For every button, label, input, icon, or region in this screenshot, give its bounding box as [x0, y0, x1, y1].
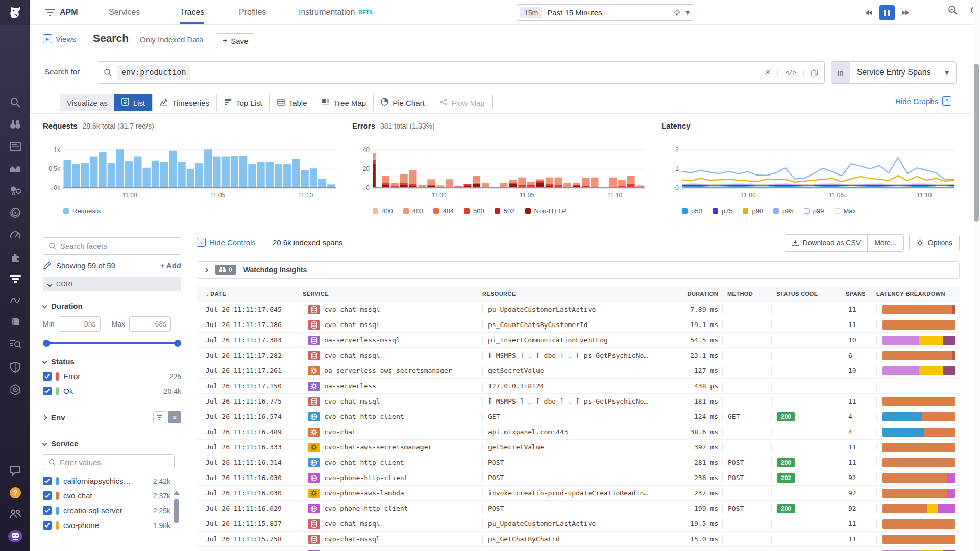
col-duration[interactable]: DURATION [660, 291, 722, 297]
row-service[interactable]: cvo-phone-aws-lambda [303, 489, 482, 498]
row-resource[interactable]: ps_CountChatsByCustomerId [482, 320, 660, 330]
row-service[interactable]: oa-serverless [303, 382, 482, 391]
org-icon[interactable] [0, 506, 30, 521]
row-service[interactable]: cvo-chat [303, 428, 482, 437]
rewind-button[interactable] [865, 10, 872, 15]
row-service[interactable]: cvo-chat-mssql [303, 519, 482, 529]
row-resource[interactable]: api.mixpanel.com:443 [482, 428, 660, 437]
row-service[interactable]: cvo-chat-aws-secretsmanager [303, 443, 482, 452]
row-latency-breakdown[interactable] [876, 382, 960, 391]
row-resource[interactable]: [ MSMPS ] . [ dbo ] . [ ps_GetPsychicNo… [482, 351, 660, 360]
col-latency-breakdown[interactable]: LATENCY BREAKDOWN [876, 291, 960, 297]
col-spans[interactable]: SPANS [843, 291, 876, 297]
facet-value-label[interactable]: californiapsychics… [63, 477, 131, 485]
facet-service-header[interactable]: Service [43, 439, 181, 448]
nav-item-instrumentation[interactable]: InstrumentationBETA [299, 0, 373, 24]
col-method[interactable]: METHOD [722, 291, 771, 297]
row-latency-breakdown[interactable] [876, 320, 960, 330]
row-service[interactable]: cvo-chat-http-client [303, 412, 482, 421]
legend-item[interactable]: Non-HTTP [525, 207, 566, 215]
row-service[interactable]: oa-serverless-mssql [303, 336, 482, 345]
row-service[interactable]: cvo-chat-mssql [303, 397, 482, 406]
legend-item[interactable]: Requests [63, 207, 101, 215]
facet-status-header[interactable]: Status [43, 357, 181, 366]
table-row[interactable]: Jul 26 11:11:16.030 cvo-phone-http-clien… [197, 470, 960, 486]
watchdog-insights-row[interactable]: 0 Watchdog Insights [197, 261, 960, 279]
latency-chart[interactable]: Latency21011:0011:0511:10p50p75p90p95p99… [662, 121, 958, 223]
facet-value-label[interactable]: cvo-phone [63, 521, 99, 530]
visualize-tab-tree-map[interactable]: Tree Map [314, 94, 373, 111]
table-row[interactable]: Jul 26 11:11:16.030 cvo-phone-aws-lambda… [197, 486, 960, 501]
chat-icon[interactable] [0, 463, 30, 479]
row-service[interactable]: cvo-chat-mssql [303, 351, 482, 360]
logs-icon[interactable] [0, 314, 30, 330]
duration-max-input[interactable] [129, 316, 171, 332]
search-input[interactable]: env:production × </> [97, 61, 825, 84]
facet-value-label[interactable]: creatio-sql-server [63, 506, 122, 515]
facet-list-scrollbar[interactable] [174, 491, 180, 523]
col-date[interactable]: ↓ DATE [206, 291, 303, 297]
row-latency-breakdown[interactable] [876, 351, 960, 360]
row-resource[interactable]: pi_InsertCommunicationEventLog [482, 336, 660, 345]
search-facets-input[interactable]: Search facets [43, 237, 181, 255]
table-row[interactable]: Jul 26 11:11:17.261 oa-serverless-aws-se… [197, 363, 960, 379]
facet-duration-header[interactable]: Duration [43, 302, 181, 310]
forward-button[interactable] [902, 10, 909, 15]
row-latency-breakdown[interactable] [876, 305, 960, 314]
traces-icon[interactable] [0, 271, 30, 286]
legend-item[interactable]: p90 [743, 207, 763, 215]
apm-icon[interactable] [0, 205, 30, 220]
page-scrollbar[interactable] [973, 0, 980, 551]
save-view-button[interactable]: +Save [216, 33, 255, 48]
checkbox[interactable] [43, 477, 52, 485]
row-resource[interactable]: POST [482, 473, 660, 483]
errors-chart[interactable]: Errors381 total (1.33%)4020011:0011:0511… [352, 121, 648, 223]
row-service[interactable]: cvo-chat-mssql [303, 305, 482, 314]
facet-value-label[interactable]: cvo-chat [63, 491, 92, 500]
datadog-logo[interactable] [0, 0, 30, 25]
visualize-tab-pie-chart[interactable]: Pie Chart [373, 94, 432, 111]
row-resource[interactable]: getSecretValue [482, 443, 660, 452]
table-row[interactable]: Jul 26 11:11:16.775 cvo-chat-mssql [ MSM… [197, 394, 960, 409]
chevron-down-icon[interactable]: ▾ [685, 8, 690, 17]
row-service[interactable]: cvo-chat-http-client [303, 458, 482, 467]
row-service[interactable]: cvo-chat-mssql [303, 535, 482, 544]
log-explorer-icon[interactable] [0, 336, 30, 352]
more-button[interactable]: More... [867, 235, 903, 251]
nav-item-traces[interactable]: Traces [180, 0, 204, 24]
checkbox[interactable] [43, 387, 52, 395]
integrations-icon[interactable] [0, 249, 30, 265]
requests-chart[interactable]: Requests28.6k total (31.7 req/s)1k0.5k0k… [43, 121, 339, 223]
time-range-picker[interactable]: 15m Past 15 Minutes ▾ [516, 4, 694, 21]
facet-value-label[interactable]: Ok [63, 387, 73, 395]
row-service[interactable]: cvo-phone-http-client [303, 504, 482, 513]
row-latency-breakdown[interactable] [876, 489, 960, 498]
table-row[interactable]: Jul 26 11:11:15.743 oa-serverless-mssql … [197, 547, 960, 551]
checkbox[interactable] [43, 491, 52, 500]
table-row[interactable]: Jul 26 11:11:15.758 cvo-chat-mssql ps_Ge… [197, 532, 960, 547]
legend-item[interactable]: 400 [373, 207, 393, 215]
row-latency-breakdown[interactable] [876, 443, 960, 452]
zoom-out-icon[interactable] [948, 5, 958, 15]
add-facet-button[interactable]: + Add [160, 261, 181, 270]
row-latency-breakdown[interactable] [876, 366, 960, 375]
row-resource[interactable]: 127.0.0.1:8124 [482, 382, 660, 391]
row-service[interactable]: cvo-phone-http-client [303, 473, 482, 483]
visualize-tab-top-list[interactable]: Top List [216, 94, 270, 111]
visualize-tab-table[interactable]: Table [270, 94, 314, 111]
table-row[interactable]: Jul 26 11:11:16.489 cvo-chat api.mixpane… [197, 424, 960, 440]
row-resource[interactable]: invoke creatio-prod-updateCreatioReadin… [482, 489, 660, 498]
env-clear-button[interactable]: × [168, 411, 181, 423]
row-resource[interactable]: POST [482, 504, 660, 513]
pin-icon[interactable] [673, 9, 680, 16]
legend-item[interactable]: 403 [403, 207, 424, 215]
service-filter-input[interactable]: Filter values [43, 454, 175, 470]
legend-item[interactable]: 500 [464, 207, 484, 215]
row-resource[interactable]: ps_GetChatByChatId [482, 535, 660, 544]
ci-icon[interactable] [0, 293, 30, 308]
row-resource[interactable]: getSecretValue [482, 366, 660, 375]
nav-item-apm[interactable]: APM [45, 0, 78, 24]
table-row[interactable]: Jul 26 11:11:17.150 oa-serverless 127.0.… [197, 379, 960, 394]
row-latency-breakdown[interactable] [876, 504, 960, 513]
row-latency-breakdown[interactable] [876, 428, 960, 437]
